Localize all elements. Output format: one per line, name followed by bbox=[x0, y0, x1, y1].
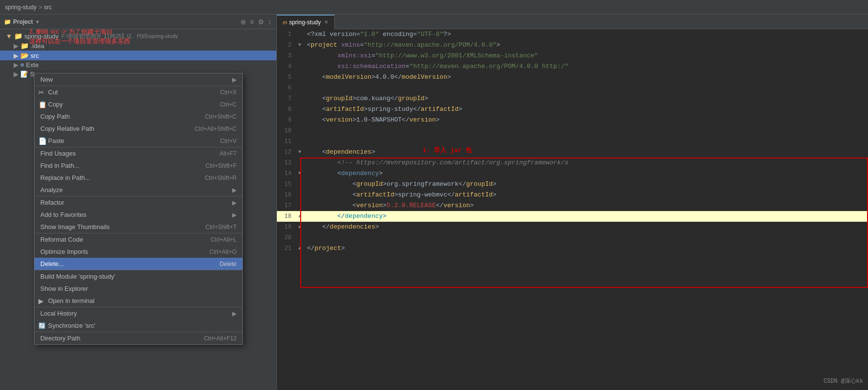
line-num-7: 7 bbox=[277, 93, 296, 104]
menu-label-find-in-path: Find in Path... bbox=[40, 162, 79, 169]
menu-item-add-favorites[interactable]: Add to Favorites ▶ bbox=[34, 209, 242, 221]
project-icon: 📁 bbox=[4, 18, 11, 25]
tab-spring-study[interactable]: m spring-study ✕ bbox=[277, 15, 335, 29]
line-num-15: 15 bbox=[277, 179, 296, 190]
menu-label-local-history: Local History bbox=[40, 310, 77, 317]
line-num-12: 12 bbox=[277, 147, 296, 158]
menu-shortcut-copy: Ctrl+C bbox=[220, 101, 237, 108]
menu-shortcut-copy-relative: Ctrl+Alt+Shift+C bbox=[195, 125, 237, 132]
menu-item-synchronize[interactable]: 🔄 Synchronize 'src' bbox=[34, 319, 242, 332]
menu-item-find-in-path[interactable]: Find in Path... Ctrl+Shift+F bbox=[34, 160, 242, 172]
menu-label-cut: Cut bbox=[48, 89, 58, 96]
tree-item-root[interactable]: ▼ 📁 spring-study F:\班级管理\西开【19525】\2、代码\… bbox=[0, 31, 276, 41]
menu-section-copy: ✂ Cut Ctrl+X 📋 Copy Ctrl+C Copy Path Ctr… bbox=[34, 86, 242, 147]
line-content-14: <dependency> bbox=[303, 168, 868, 179]
line-content-1: <?xml version="1.0" encoding="UTF-8"?> bbox=[303, 29, 868, 40]
line-content-2: <project xmlns="http://maven.apache.org/… bbox=[303, 40, 868, 51]
line-num-1: 1 bbox=[277, 29, 296, 40]
line-content-15: <groupId>org.springframework</groupId> bbox=[303, 179, 868, 190]
menu-item-delete[interactable]: Delete... Delete bbox=[34, 258, 242, 270]
line-num-17: 17 bbox=[277, 200, 296, 211]
code-line-13: 13 <!-- https://mvnrepository.com/artifa… bbox=[277, 158, 868, 168]
line-num-5: 5 bbox=[277, 72, 296, 83]
menu-item-find-usages[interactable]: Find Usages Alt+F7 bbox=[34, 147, 242, 160]
menu-section-format: Reformat Code Ctrl+Alt+L Optimize Import… bbox=[34, 233, 242, 270]
line-num-3: 3 bbox=[277, 51, 296, 61]
tab-icon: m bbox=[283, 19, 287, 25]
line-content-11 bbox=[303, 136, 868, 147]
sidebar-dropdown[interactable]: ▼ bbox=[35, 19, 40, 25]
code-line-9: 9 <version>1.0-SNAPSHOT</version> bbox=[277, 115, 868, 125]
context-menu: New ▶ ✂ Cut Ctrl+X 📋 Copy Ctrl+C Copy Pa… bbox=[34, 73, 243, 345]
line-content-5: <modelVersion>4.0.0</modelVersion> bbox=[303, 72, 868, 83]
line-num-14: 14 bbox=[277, 168, 296, 179]
main-layout: 📁 Project ▼ ⊕ ≡ ⚙ ↕ ▼ 📁 spring-study F:\… bbox=[0, 15, 868, 390]
tree-path: F:\班级管理\西开【19525】\2、代码\spring-study bbox=[62, 33, 178, 40]
sort-icon[interactable]: ≡ bbox=[249, 17, 255, 27]
src-container: ▶ 📂 src 2. 删除 src -> 为了创建子项目 这样可以在一个项目里管… bbox=[0, 51, 276, 60]
menu-label-delete: Delete... bbox=[40, 260, 64, 267]
line-num-20: 20 bbox=[277, 232, 296, 243]
tab-bar: m spring-study ✕ bbox=[277, 15, 868, 29]
menu-arrow-new: ▶ bbox=[232, 76, 237, 83]
menu-item-show-thumbnails[interactable]: Show Image Thumbnails Ctrl+Shift+T bbox=[34, 221, 242, 233]
code-editor[interactable]: 1. 导入 jar 包 1 <?xml version="1.0" encodi… bbox=[277, 29, 868, 390]
menu-item-analyze[interactable]: Analyze ▶ bbox=[34, 184, 242, 196]
menu-section-find: Find Usages Alt+F7 Find in Path... Ctrl+… bbox=[34, 147, 242, 196]
menu-shortcut-find-usages: Alt+F7 bbox=[220, 150, 237, 157]
menu-shortcut-reformat: Ctrl+Alt+L bbox=[211, 236, 237, 243]
menu-shortcut-thumbnails: Ctrl+Shift+T bbox=[205, 224, 237, 230]
menu-label-reformat: Reformat Code bbox=[40, 236, 83, 243]
sidebar-title: Project bbox=[13, 18, 33, 25]
menu-item-copy-relative-path[interactable]: Copy Relative Path Ctrl+Alt+Shift+C bbox=[34, 123, 242, 135]
code-line-1: 1 <?xml version="1.0" encoding="UTF-8"?> bbox=[277, 29, 868, 40]
expand-icon-scra: ▶ bbox=[14, 71, 18, 78]
tab-label: spring-study bbox=[289, 19, 321, 26]
menu-shortcut-copy-path: Ctrl+Shift+C bbox=[205, 113, 237, 120]
menu-shortcut-paste: Ctrl+V bbox=[220, 138, 237, 144]
settings-icon[interactable]: ⚙ bbox=[257, 17, 265, 27]
tree-item-external[interactable]: ▶ ≡ Exte bbox=[0, 60, 276, 70]
menu-shortcut-replace-path: Ctrl+Shift+R bbox=[205, 175, 237, 181]
menu-label-show-explorer: Show in Explorer bbox=[40, 285, 88, 292]
tree-item-src[interactable]: ▶ 📂 src bbox=[0, 51, 276, 60]
menu-item-reformat[interactable]: Reformat Code Ctrl+Alt+L bbox=[34, 233, 242, 246]
folder-icon-src: 📂 bbox=[20, 52, 29, 59]
menu-label-add-favorites: Add to Favorites bbox=[40, 211, 86, 218]
menu-item-open-terminal[interactable]: ▶ Open in terminal bbox=[34, 295, 242, 307]
code-line-20: 20 bbox=[277, 232, 868, 243]
menu-label-refactor: Refactor bbox=[40, 199, 64, 206]
tab-close-btn[interactable]: ✕ bbox=[324, 19, 328, 25]
watermark-text: CSDN @深心kk bbox=[823, 378, 863, 385]
sidebar: 📁 Project ▼ ⊕ ≡ ⚙ ↕ ▼ 📁 spring-study F:\… bbox=[0, 15, 277, 390]
menu-label-synchronize: Synchronize 'src' bbox=[48, 322, 95, 329]
menu-item-directory-path[interactable]: Directory Path Ctrl+Alt+F12 bbox=[34, 332, 242, 344]
code-line-18: 18 ▲ </dependency> bbox=[277, 211, 868, 222]
menu-shortcut-directory: Ctrl+Alt+F12 bbox=[204, 335, 237, 342]
folder-icon-root: 📁 bbox=[14, 32, 22, 40]
menu-item-cut[interactable]: ✂ Cut Ctrl+X bbox=[34, 86, 242, 98]
menu-section-new: New ▶ bbox=[34, 73, 242, 86]
menu-label-open-terminal: Open in terminal bbox=[48, 297, 94, 304]
menu-item-copy-path[interactable]: Copy Path Ctrl+Shift+C bbox=[34, 110, 242, 123]
menu-label-optimize: Optimize Imports bbox=[40, 248, 88, 255]
tree-item-idea[interactable]: ▶ 📁 .idea bbox=[0, 41, 276, 51]
menu-item-copy[interactable]: 📋 Copy Ctrl+C bbox=[34, 98, 242, 110]
code-line-4: 4 xsi:schemaLocation="http://maven.apach… bbox=[277, 61, 868, 72]
menu-item-paste[interactable]: 📄 Paste Ctrl+V bbox=[34, 135, 242, 147]
breadcrumb-project: spring-study bbox=[5, 4, 36, 11]
code-line-2: 2 ▼ <project xmlns="http://maven.apache.… bbox=[277, 40, 868, 51]
menu-item-show-explorer[interactable]: Show in Explorer bbox=[34, 283, 242, 295]
menu-item-new[interactable]: New ▶ bbox=[34, 73, 242, 86]
menu-item-optimize-imports[interactable]: Optimize Imports Ctrl+Alt+O bbox=[34, 246, 242, 258]
code-line-12: 12 ▼ <dependencies> bbox=[277, 147, 868, 158]
menu-item-refactor[interactable]: Refactor ▶ bbox=[34, 196, 242, 209]
expand-icon-src: ▶ bbox=[14, 52, 18, 59]
collapse-icon[interactable]: ↕ bbox=[267, 17, 272, 27]
menu-item-local-history[interactable]: Local History ▶ bbox=[34, 307, 242, 319]
menu-item-replace-in-path[interactable]: Replace in Path... Ctrl+Shift+R bbox=[34, 172, 242, 184]
add-icon[interactable]: ⊕ bbox=[239, 17, 247, 27]
menu-item-build-module[interactable]: Build Module 'spring-study' bbox=[34, 270, 242, 283]
menu-shortcut-find-path: Ctrl+Shift+F bbox=[205, 162, 237, 169]
menu-label-new: New bbox=[40, 76, 53, 83]
